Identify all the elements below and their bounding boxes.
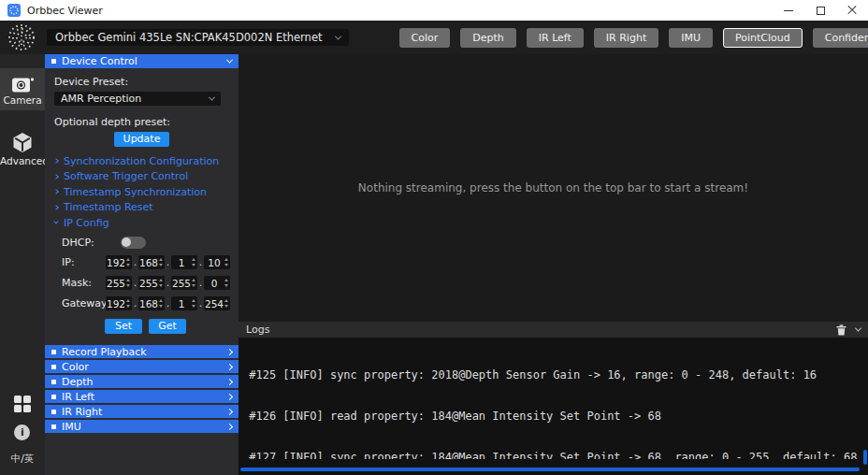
spinner-arrows[interactable] [159, 279, 163, 287]
sidebar-item-advanced[interactable]: Advanced [0, 125, 45, 171]
mask-octet-input[interactable]: 255 [106, 276, 132, 290]
spinner-arrows[interactable] [159, 299, 163, 308]
language-toggle[interactable]: 中/英 [11, 453, 35, 466]
logs-panel: Logs #125 [INFO] sync property: 2018@Dep… [239, 322, 868, 475]
chevron-right-icon [226, 363, 233, 369]
advanced-icon [11, 132, 34, 153]
get-button[interactable]: Get [149, 319, 186, 334]
ip-octet-input[interactable]: 192 [106, 255, 132, 269]
stream-button-pointcloud[interactable]: PointCloud [723, 28, 803, 48]
gateway-octet-input[interactable]: 254 [204, 296, 230, 310]
maximize-button[interactable] [804, 0, 836, 21]
stream-button-color[interactable]: Color [399, 28, 451, 48]
spinner-arrows[interactable] [224, 299, 228, 308]
spinner-arrows[interactable] [192, 299, 195, 308]
logs-header: Logs [239, 322, 868, 338]
close-button[interactable] [836, 0, 868, 21]
trash-icon[interactable] [836, 324, 846, 336]
section-header-ir-right[interactable]: IR Right [45, 405, 239, 418]
square-bullet-icon [51, 365, 56, 369]
link-timestamp-synchronization[interactable]: Timestamp Synchronization [54, 186, 229, 197]
gateway-octet-input[interactable]: 192 [106, 296, 132, 310]
close-icon [847, 6, 857, 15]
section-header-record-playback[interactable]: Record Playback [45, 345, 239, 358]
mask-row: Mask: 255 255 255 0 [62, 276, 229, 290]
square-bullet-icon [51, 380, 56, 384]
ip-label: IP: [62, 256, 106, 268]
stream-button-ir-left[interactable]: IR Left [527, 28, 584, 48]
window-title: Orbbec Viewer [27, 5, 103, 17]
chevron-right-icon [226, 408, 233, 414]
square-bullet-icon [51, 350, 56, 354]
link-software-trigger-control[interactable]: Software Trigger Control [54, 171, 229, 182]
spinner-arrows[interactable] [224, 258, 228, 266]
stream-button-confidence[interactable]: Confidence [813, 28, 868, 48]
gateway-octet-input[interactable]: 1 [171, 296, 197, 310]
spinner-arrows[interactable] [192, 258, 195, 266]
set-button[interactable]: Set [105, 319, 142, 334]
spinner-arrows[interactable] [192, 279, 195, 287]
link-timestamp-reset[interactable]: Timestamp Reset [54, 202, 229, 213]
spinner-arrows[interactable] [126, 258, 130, 266]
toggle-knob [122, 238, 131, 247]
sidebar-item-label: Camera [3, 94, 41, 106]
device-preset-label: Device Preset: [54, 76, 229, 88]
chevron-right-icon [53, 174, 59, 180]
update-button[interactable]: Update [114, 132, 170, 147]
log-entry: #125 [INFO] sync property: 2018@Depth Se… [242, 368, 868, 382]
link-ip-config[interactable]: IP Config [54, 217, 229, 228]
device-select-value: Orbbec Gemini 435Le SN:CPAK45D002N Ether… [55, 31, 323, 44]
minimize-icon [784, 10, 793, 11]
chevron-right-icon [53, 205, 59, 210]
chevron-right-icon [53, 189, 59, 194]
chevron-down-icon [53, 219, 59, 224]
section-header-imu[interactable]: IMU [45, 420, 239, 433]
mask-octet-input[interactable]: 0 [204, 276, 230, 290]
gateway-label: Gateway: [62, 297, 106, 309]
square-bullet-icon [51, 395, 56, 399]
mask-octet-input[interactable]: 255 [171, 276, 197, 290]
logs-body[interactable]: #125 [INFO] sync property: 2018@Depth Se… [239, 338, 868, 459]
camera-icon [11, 75, 34, 93]
device-preset-select[interactable]: AMR Perception [54, 92, 221, 106]
spinner-arrows[interactable] [126, 299, 130, 308]
stream-button-imu[interactable]: IMU [669, 28, 713, 48]
collapse-logs-icon[interactable] [855, 325, 861, 332]
maximize-icon [817, 7, 825, 15]
chevron-right-icon [226, 348, 233, 354]
stream-button-ir-right[interactable]: IR Right [594, 28, 658, 48]
control-panel: Device Control Device Preset: AMR Percep… [45, 54, 239, 475]
advanced-links: Synchronization Configuration Software T… [54, 155, 229, 228]
sidebar-item-camera[interactable]: Camera [0, 68, 45, 110]
square-bullet-icon [51, 410, 56, 414]
section-header-color[interactable]: Color [45, 360, 239, 373]
ip-octet-input[interactable]: 10 [204, 255, 230, 269]
section-header-device-control[interactable]: Device Control [45, 54, 239, 68]
chevron-right-icon [226, 423, 233, 429]
mask-octet-input[interactable]: 255 [138, 276, 165, 290]
section-title: Device Control [62, 55, 137, 67]
stream-button-depth[interactable]: Depth [460, 28, 516, 48]
section-header-depth[interactable]: Depth [45, 375, 239, 388]
section-header-ir-left[interactable]: IR Left [45, 390, 239, 403]
device-select[interactable]: Orbbec Gemini 435Le SN:CPAK45D002N Ether… [47, 29, 349, 46]
spinner-arrows[interactable] [159, 258, 163, 266]
sidebar-item-label: Advanced [0, 155, 49, 166]
horizontal-scrollbar[interactable] [240, 468, 860, 471]
chevron-down-icon [334, 33, 340, 39]
dhcp-toggle[interactable] [121, 237, 146, 249]
log-entry: #127 [INFO] sync property: 184@Mean Inte… [242, 451, 868, 459]
brand-logo-icon [4, 22, 39, 53]
ip-octet-input[interactable]: 168 [138, 255, 165, 269]
gateway-octet-input[interactable]: 168 [138, 296, 165, 310]
info-icon[interactable]: i [14, 425, 30, 440]
vertical-scrollbar[interactable] [863, 450, 867, 465]
link-synchronization-configuration[interactable]: Synchronization Configuration [54, 155, 229, 166]
ip-config-block: DHCP: IP: 192 168 1 10 Mask: 255 [54, 236, 229, 334]
ip-octet-input[interactable]: 1 [171, 255, 197, 269]
apps-grid-icon[interactable] [14, 396, 31, 412]
spinner-arrows[interactable] [224, 279, 228, 287]
dhcp-label: DHCP: [62, 237, 94, 249]
minimize-button[interactable] [773, 0, 804, 21]
spinner-arrows[interactable] [126, 279, 130, 287]
